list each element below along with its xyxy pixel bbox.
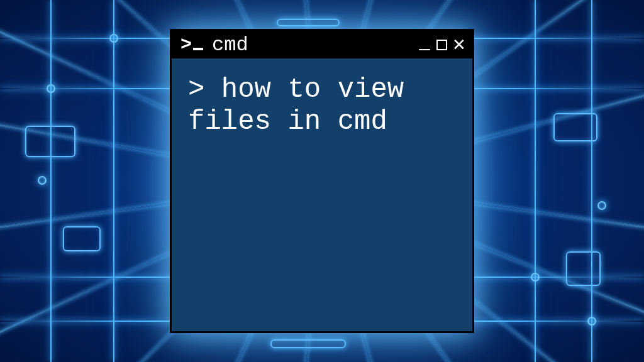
bg-rect: [277, 19, 340, 26]
bg-node: [587, 317, 596, 326]
bg-node: [597, 201, 606, 210]
maximize-button[interactable]: [436, 40, 447, 50]
bg-node: [47, 84, 55, 93]
command-text: how to view files in cmd: [188, 74, 421, 137]
bg-rect: [566, 251, 601, 286]
bg-line: [50, 0, 52, 362]
bg-node: [109, 34, 118, 43]
close-button[interactable]: ✕: [452, 38, 466, 52]
terminal-icon: >: [180, 34, 203, 55]
window-title: cmd: [212, 33, 411, 57]
minimize-button[interactable]: _: [418, 33, 431, 47]
bg-rect: [63, 226, 101, 251]
terminal-body[interactable]: > how to view files in cmd: [172, 58, 472, 331]
bg-line: [591, 0, 592, 362]
bg-node: [38, 176, 47, 185]
prompt-symbol: >: [188, 74, 204, 105]
command-line: > how to view files in cmd: [188, 74, 456, 137]
bg-line: [535, 0, 536, 362]
bg-line: [113, 0, 114, 362]
terminal-window: > cmd _ ✕ > how to view files in cmd: [170, 29, 474, 333]
bg-rect: [553, 113, 597, 141]
bg-rect: [270, 339, 346, 348]
window-controls: _ ✕: [418, 38, 466, 52]
titlebar[interactable]: > cmd _ ✕: [172, 31, 472, 58]
bg-rect: [25, 126, 75, 157]
bg-node: [531, 273, 540, 282]
